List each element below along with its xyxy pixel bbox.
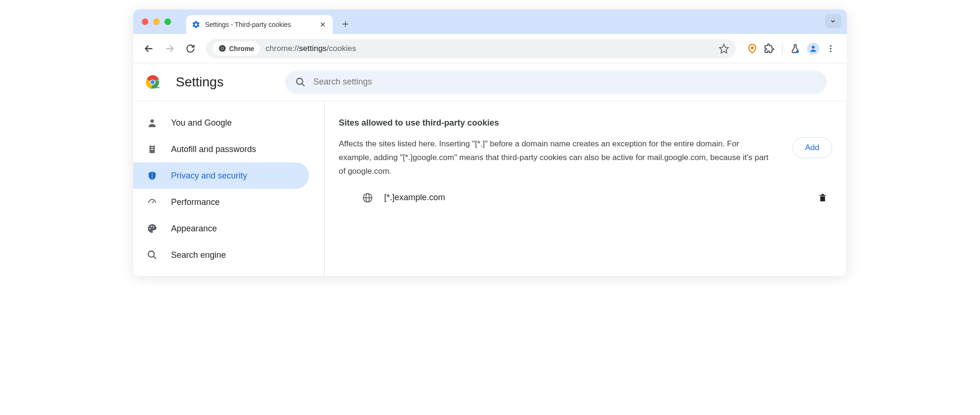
site-chip-label: Chrome <box>229 45 254 52</box>
traffic-lights <box>142 9 186 34</box>
chrome-icon <box>218 44 226 52</box>
extensions-puzzle-icon[interactable] <box>764 43 774 54</box>
shield-icon <box>146 170 158 181</box>
maximize-window-button[interactable] <box>164 18 171 25</box>
svg-rect-39 <box>819 195 825 196</box>
tab-title: Settings - Third-party cookies <box>205 21 314 28</box>
tab-strip: Settings - Third-party cookies <box>133 9 847 34</box>
chrome-logo-icon: Beta <box>146 75 160 89</box>
svg-rect-26 <box>151 144 154 146</box>
search-settings-input[interactable] <box>313 77 817 87</box>
toolbar: Chrome chrome://settings/cookies <box>133 34 847 63</box>
back-button[interactable] <box>140 40 158 58</box>
person-icon <box>146 118 158 128</box>
svg-point-12 <box>812 46 815 49</box>
main-content: Sites allowed to use third-party cookies… <box>325 101 847 276</box>
sidebar-item-label: Autofill and passwords <box>171 144 256 154</box>
kebab-menu-icon[interactable] <box>826 44 835 53</box>
svg-point-22 <box>297 78 303 84</box>
sidebar-item-label: You and Google <box>171 118 232 128</box>
search-settings-field[interactable] <box>285 70 827 94</box>
svg-point-24 <box>150 119 154 123</box>
sidebar-item-privacy[interactable]: Privacy and security <box>133 162 309 189</box>
speedometer-icon <box>146 197 158 207</box>
svg-line-29 <box>152 201 154 203</box>
sidebar-item-label: Privacy and security <box>171 171 247 181</box>
close-window-button[interactable] <box>142 18 148 25</box>
settings-body: You and Google Autofill and passwords Pr… <box>133 101 847 276</box>
new-tab-button[interactable] <box>337 16 353 32</box>
svg-line-23 <box>302 83 305 86</box>
sidebar-item-search-engine[interactable]: Search engine <box>133 242 309 268</box>
profile-avatar[interactable] <box>807 42 819 55</box>
sidebar-item-performance[interactable]: Performance <box>133 189 309 215</box>
minimize-window-button[interactable] <box>153 18 160 25</box>
forward-button[interactable] <box>161 40 179 58</box>
site-domain: [*.]example.com <box>384 193 807 203</box>
svg-point-15 <box>830 51 831 52</box>
reload-button[interactable] <box>181 40 199 58</box>
browser-window: Settings - Third-party cookies Chrome <box>133 9 847 276</box>
globe-icon <box>362 193 373 203</box>
svg-text:Beta: Beta <box>155 85 160 88</box>
svg-point-10 <box>751 47 753 49</box>
sidebar-item-autofill[interactable]: Autofill and passwords <box>133 136 309 162</box>
sidebar-item-label: Performance <box>171 197 220 207</box>
search-icon <box>146 250 158 260</box>
svg-marker-9 <box>720 44 728 52</box>
settings-title: Settings <box>176 75 224 90</box>
delete-site-button[interactable] <box>818 193 827 203</box>
site-row: [*.]example.com <box>339 193 832 203</box>
svg-point-30 <box>149 228 151 229</box>
palette-icon <box>146 223 158 234</box>
section-title: Sites allowed to use third-party cookies <box>339 118 832 128</box>
clipboard-icon <box>146 144 158 154</box>
svg-rect-28 <box>151 149 154 150</box>
sidebar-item-you-and-google[interactable]: You and Google <box>133 110 309 136</box>
url-text: chrome://settings/cookies <box>266 44 713 53</box>
svg-point-32 <box>153 226 154 228</box>
settings-header: Beta Settings <box>133 63 847 101</box>
toolbar-actions <box>742 42 840 55</box>
svg-rect-27 <box>151 147 154 148</box>
search-icon <box>295 77 306 87</box>
section-description: Affects the sites listed here. Inserting… <box>339 137 774 178</box>
add-button[interactable]: Add <box>792 137 832 158</box>
close-tab-button[interactable] <box>318 20 327 29</box>
bookmark-star-icon[interactable] <box>719 43 729 54</box>
address-bar[interactable]: Chrome chrome://settings/cookies <box>206 39 736 58</box>
site-chip[interactable]: Chrome <box>213 42 260 56</box>
svg-point-14 <box>830 48 831 49</box>
toolbar-separator <box>782 43 782 54</box>
extension-vpn-icon[interactable] <box>747 43 757 54</box>
sidebar-item-label: Search engine <box>171 250 226 260</box>
svg-point-13 <box>830 45 831 46</box>
sidebar: You and Google Autofill and passwords Pr… <box>133 101 325 276</box>
sidebar-item-label: Appearance <box>171 224 217 234</box>
browser-tab[interactable]: Settings - Third-party cookies <box>186 15 333 34</box>
tab-search-dropdown[interactable] <box>825 14 841 28</box>
svg-line-34 <box>154 256 156 259</box>
labs-flask-icon[interactable] <box>790 43 800 54</box>
gear-icon <box>192 20 200 29</box>
svg-point-31 <box>151 226 152 227</box>
sidebar-item-appearance[interactable]: Appearance <box>133 215 309 242</box>
svg-rect-40 <box>822 194 824 195</box>
svg-point-8 <box>221 47 224 50</box>
svg-point-33 <box>148 251 155 257</box>
section-row: Affects the sites listed here. Inserting… <box>339 137 832 178</box>
svg-point-11 <box>796 50 799 53</box>
svg-rect-38 <box>820 196 825 201</box>
